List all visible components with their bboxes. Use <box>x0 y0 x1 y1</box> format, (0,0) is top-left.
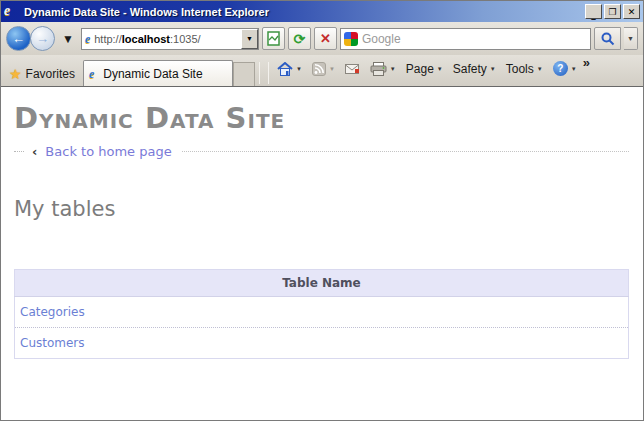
separator <box>268 62 269 84</box>
favorites-button[interactable]: ★ Favorites <box>5 62 83 86</box>
new-tab-button[interactable] <box>233 62 255 86</box>
window-controls: _ ❐ ✕ <box>585 4 640 19</box>
chevron-down-icon: ▼ <box>246 35 253 42</box>
tab-title: Dynamic Data Site <box>103 67 202 81</box>
breadcrumb: ‹ Back to home page <box>14 143 629 159</box>
table-header-row: Table Name <box>15 270 629 297</box>
home-icon <box>277 62 293 76</box>
divider <box>14 151 24 152</box>
address-bar: ← → ▼ e http://localhost:1035/ ▼ ⟳ ✕ <box>1 22 643 55</box>
favorites-star-icon: ★ <box>9 66 22 82</box>
url-text: http://localhost:1035/ <box>94 33 241 45</box>
page-content: Dynamic Data Site ‹ Back to home page My… <box>1 86 643 420</box>
refresh-icon: ⟳ <box>294 31 306 47</box>
tables-list: Table Name Categories Customers <box>14 269 629 359</box>
page-title: Dynamic Data Site <box>14 101 629 135</box>
minimize-button[interactable]: _ <box>585 4 602 19</box>
compatibility-page-icon <box>267 31 280 46</box>
menu-safety[interactable]: Safety ▼ <box>449 60 500 78</box>
forward-button[interactable]: → <box>30 26 55 51</box>
page-favicon-icon: e <box>85 33 90 45</box>
forward-arrow-icon: → <box>36 31 49 46</box>
maximize-button[interactable]: ❐ <box>604 4 621 19</box>
chevron-down-icon: ▼ <box>627 35 634 42</box>
address-history-dropdown[interactable]: ▼ <box>241 29 258 49</box>
toolbar-overflow-chevron[interactable]: » <box>583 55 590 70</box>
refresh-button[interactable]: ⟳ <box>288 27 311 50</box>
chevron-down-icon: ▼ <box>537 66 543 72</box>
table-link-customers[interactable]: Customers <box>15 336 85 350</box>
printer-icon <box>370 62 387 76</box>
rss-icon <box>312 62 326 76</box>
favorites-label: Favorites <box>26 67 75 81</box>
ie-logo-icon: e <box>4 4 20 19</box>
separator <box>259 62 260 84</box>
chevron-down-icon: ▼ <box>62 32 74 46</box>
back-button[interactable]: ← <box>6 26 31 51</box>
mail-icon <box>345 63 360 75</box>
tab-favicon-icon: e <box>89 68 94 80</box>
chevron-down-icon: ▼ <box>296 66 302 72</box>
chevron-down-icon: ▼ <box>571 66 577 72</box>
chevron-down-icon: ▼ <box>329 66 335 72</box>
search-button[interactable] <box>594 27 621 50</box>
command-bar: ▼ ▼ <box>273 55 581 86</box>
recent-pages-dropdown[interactable]: ▼ <box>58 30 78 48</box>
home-button[interactable]: ▼ <box>273 60 306 78</box>
help-icon: ? <box>553 61 568 76</box>
divider <box>182 151 629 152</box>
back-arrow-icon: ← <box>12 31 25 46</box>
tab-dynamic-data-site[interactable]: e Dynamic Data Site <box>83 60 233 86</box>
table-name-header: Table Name <box>15 270 629 297</box>
search-placeholder: Google <box>362 32 401 46</box>
print-button[interactable]: ▼ <box>366 60 400 78</box>
search-options-dropdown[interactable]: ▼ <box>624 27 638 50</box>
browser-window: e Dynamic Data Site - Windows Internet E… <box>0 0 644 421</box>
table-link-categories[interactable]: Categories <box>15 305 85 319</box>
google-logo-icon <box>344 32 358 46</box>
menu-page[interactable]: Page ▼ <box>402 60 447 78</box>
window-title: Dynamic Data Site - Windows Internet Exp… <box>24 6 585 18</box>
stop-icon: ✕ <box>320 31 331 46</box>
table-row: Categories <box>15 297 629 328</box>
table-row: Customers <box>15 328 629 359</box>
title-bar: e Dynamic Data Site - Windows Internet E… <box>1 1 643 22</box>
tabs-bar: ★ Favorites e Dynamic Data Site ▼ <box>1 55 643 86</box>
menu-tools[interactable]: Tools ▼ <box>502 60 547 78</box>
back-to-home-link[interactable]: Back to home page <box>45 144 171 159</box>
close-button[interactable]: ✕ <box>623 4 640 19</box>
feeds-button[interactable]: ▼ <box>308 60 339 78</box>
address-input[interactable]: e http://localhost:1035/ ▼ <box>81 28 259 50</box>
stop-button[interactable]: ✕ <box>314 27 337 50</box>
search-icon <box>601 32 615 46</box>
chevron-down-icon: ▼ <box>437 66 443 72</box>
read-mail-button[interactable] <box>341 61 364 77</box>
chevron-down-icon: ▼ <box>490 66 496 72</box>
compatibility-view-button[interactable] <box>262 27 285 50</box>
chevron-down-icon: ▼ <box>390 66 396 72</box>
section-heading: My tables <box>14 197 629 221</box>
help-button[interactable]: ? ▼ <box>549 59 581 78</box>
back-chevron-icon: ‹ <box>32 144 37 159</box>
search-input[interactable]: Google <box>340 28 591 50</box>
